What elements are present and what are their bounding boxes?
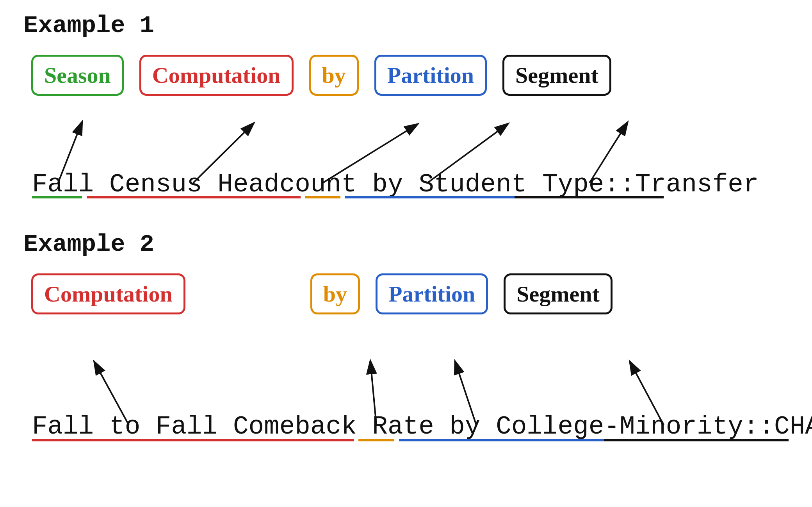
- box-by-2: by: [310, 273, 360, 314]
- example1-boxes: Season Computation by Partition Segment: [31, 55, 611, 96]
- box-by-1: by: [309, 55, 359, 96]
- example2-section: Example 2 Computation by Partition Segme…: [23, 230, 789, 258]
- svg-line-10: [427, 127, 504, 183]
- svg-line-11: [589, 127, 625, 183]
- box-partition-2: Partition: [376, 273, 488, 314]
- box-season: Season: [31, 55, 124, 96]
- box-partition-1: Partition: [374, 55, 487, 96]
- box-computation-1: Computation: [139, 55, 294, 96]
- svg-line-17: [97, 366, 129, 425]
- svg-line-19: [457, 366, 476, 425]
- svg-line-18: [371, 366, 376, 425]
- box-segment-1: Segment: [502, 55, 611, 96]
- svg-text:Fall to Fall Comeback Rate by : Fall to Fall Comeback Rate by College-Mi…: [32, 412, 812, 441]
- svg-line-7: [58, 127, 80, 184]
- box-computation-2: Computation: [31, 273, 185, 314]
- diagram-container: Example 1 Season Computation by Partitio…: [0, 0, 812, 507]
- svg-line-20: [632, 366, 664, 425]
- svg-line-9: [323, 127, 413, 183]
- example2-heading: Example 2: [23, 230, 789, 258]
- example2-boxes: Computation by Partition Segment: [31, 273, 613, 314]
- svg-text:Fall Census Headcount by Stude: Fall Census Headcount by Student Type::T…: [32, 170, 759, 199]
- example1-heading: Example 1: [23, 12, 789, 39]
- box-segment-2: Segment: [504, 273, 613, 314]
- example1-section: Example 1 Season Computation by Partitio…: [23, 12, 789, 39]
- svg-line-8: [193, 127, 250, 183]
